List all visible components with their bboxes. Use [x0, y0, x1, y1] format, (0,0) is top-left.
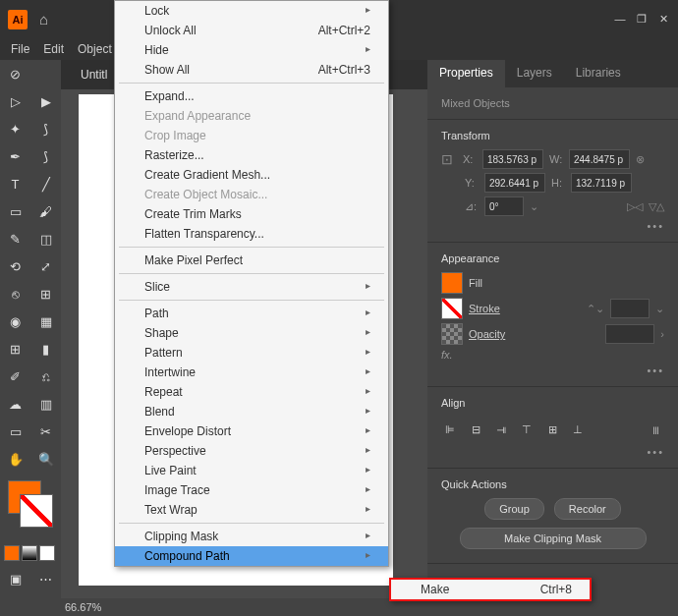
shaper-tool-icon[interactable]: ✎ [0, 225, 30, 252]
selection-tool-icon[interactable]: ▷ [0, 87, 30, 115]
close-button[interactable]: ✕ [654, 13, 672, 26]
brush-tool-icon[interactable]: 🖌 [30, 197, 61, 225]
lasso-tool-icon[interactable]: ⟆ [30, 115, 61, 142]
align-vcenter-icon[interactable]: ⊞ [543, 420, 561, 438]
menu-item[interactable]: Hide [115, 40, 388, 60]
shape-builder-icon[interactable]: ◉ [0, 308, 30, 335]
width-tool-icon[interactable]: ⎋ [0, 280, 30, 308]
mesh-tool-icon[interactable]: ⊞ [0, 335, 30, 363]
stroke-color-swatch[interactable] [441, 298, 463, 319]
edit-toolbar-icon[interactable]: ⋯ [30, 565, 61, 592]
group-button[interactable]: Group [484, 498, 544, 520]
zoom-tool-icon[interactable]: 🔍 [30, 445, 61, 473]
submenu-make[interactable]: Make Ctrl+8 [391, 580, 590, 599]
align-hcenter-icon[interactable]: ⊟ [467, 420, 484, 438]
zoom-level[interactable]: 66.67% [65, 601, 101, 613]
menu-file[interactable]: File [4, 40, 36, 58]
screen-mode-icon[interactable]: ▣ [0, 565, 30, 592]
scale-tool-icon[interactable]: ⤢ [30, 252, 61, 280]
more-options-icon[interactable]: ••• [441, 220, 664, 232]
menu-item[interactable]: Perspective [115, 441, 388, 461]
make-clipping-mask-button[interactable]: Make Clipping Mask [460, 528, 647, 549]
menu-item[interactable]: Intertwine [115, 363, 388, 382]
eraser-tool-icon[interactable]: ◫ [30, 225, 61, 252]
align-right-icon[interactable]: ⫣ [492, 420, 510, 438]
align-more-icon[interactable]: ••• [441, 446, 664, 458]
type-tool-icon[interactable]: T [0, 170, 30, 197]
y-input[interactable] [484, 173, 545, 193]
restore-button[interactable]: ❐ [633, 13, 650, 26]
menu-item[interactable]: Compound Path [115, 546, 388, 566]
opacity-swatch[interactable] [441, 323, 463, 345]
menu-item[interactable]: Blend [115, 402, 388, 421]
x-input[interactable] [482, 149, 543, 169]
menu-item[interactable]: Make Pixel Perfect [115, 251, 388, 270]
flip-h-icon[interactable]: ▷◁ [627, 200, 643, 213]
menu-edit[interactable]: Edit [36, 40, 71, 58]
color-mode-swatch[interactable] [4, 545, 20, 561]
line-tool-icon[interactable]: ╱ [30, 170, 61, 197]
menu-item[interactable]: Live Paint [115, 461, 388, 480]
stroke-weight-input[interactable] [610, 299, 650, 318]
distribute-icon[interactable]: ⫼ [647, 420, 664, 438]
angle-dropdown-icon[interactable]: ⌄ [530, 200, 538, 213]
symbol-tool-icon[interactable]: ☁ [0, 390, 30, 418]
minimize-button[interactable]: — [611, 13, 629, 26]
align-left-icon[interactable]: ⊫ [441, 420, 459, 438]
opacity-arrow-icon[interactable]: › [660, 328, 664, 340]
none-mode-swatch[interactable] [39, 545, 55, 561]
tab-properties[interactable]: Properties [427, 60, 505, 87]
graph-tool-icon[interactable]: ▥ [30, 390, 61, 418]
tab-layers[interactable]: Layers [505, 60, 564, 87]
stroke-weight-stepper[interactable]: ⌃⌄ [587, 303, 604, 315]
menu-item[interactable]: Envelope Distort [115, 421, 388, 441]
appearance-more-icon[interactable]: ••• [441, 364, 664, 376]
direct-selection-tool-icon[interactable]: ▶ [30, 87, 61, 115]
fill-color-swatch[interactable] [441, 272, 463, 294]
w-input[interactable] [569, 149, 630, 169]
home-icon[interactable]: ⌂ [39, 11, 48, 28]
document-tab[interactable]: Untitl [81, 68, 107, 82]
no-tool-icon[interactable]: ⊘ [0, 60, 30, 87]
stroke-dropdown-icon[interactable]: ⌄ [655, 303, 664, 315]
menu-item[interactable]: Create Trim Marks [115, 204, 388, 224]
fx-label[interactable]: fx. [441, 349, 453, 361]
menu-item[interactable]: Image Trace [115, 480, 388, 500]
menu-object[interactable]: Object [71, 40, 119, 58]
menu-item[interactable]: Expand... [115, 86, 388, 106]
menu-item[interactable]: Clipping Mask [115, 527, 388, 546]
curvature-tool-icon[interactable]: ⟆ [30, 142, 61, 170]
free-transform-icon[interactable]: ⊞ [30, 280, 61, 308]
perspective-tool-icon[interactable]: ▦ [30, 308, 61, 335]
artboard-tool-icon[interactable]: ▭ [0, 418, 30, 445]
angle-input[interactable] [484, 196, 524, 216]
h-input[interactable] [571, 173, 632, 193]
menu-item[interactable]: Flatten Transparency... [115, 224, 388, 244]
menu-item[interactable]: Unlock AllAlt+Ctrl+2 [115, 21, 388, 40]
menu-item[interactable]: Pattern [115, 343, 388, 363]
wand-tool-icon[interactable]: ✦ [0, 115, 30, 142]
slice-tool-icon[interactable]: ✂ [30, 418, 61, 445]
eyedropper-tool-icon[interactable]: ✐ [0, 363, 30, 390]
menu-item[interactable]: Text Wrap [115, 500, 388, 520]
gradient-mode-swatch[interactable] [22, 545, 37, 561]
link-icon[interactable]: ⊗ [636, 153, 645, 166]
menu-item[interactable]: Shape [115, 323, 388, 343]
reference-point-icon[interactable]: ⊡ [441, 151, 453, 167]
flip-v-icon[interactable]: ▽△ [649, 200, 664, 213]
menu-item[interactable]: Slice [115, 277, 388, 297]
menu-item[interactable]: Repeat [115, 382, 388, 402]
menu-item[interactable]: Show AllAlt+Ctrl+3 [115, 60, 388, 80]
menu-item[interactable]: Rasterize... [115, 145, 388, 165]
gradient-tool-icon[interactable]: ▮ [30, 335, 61, 363]
hand-tool-icon[interactable]: ✋ [0, 445, 30, 473]
menu-item[interactable]: Lock [115, 1, 388, 21]
tab-libraries[interactable]: Libraries [564, 60, 633, 87]
blend-tool-icon[interactable]: ⎌ [30, 363, 61, 390]
rectangle-tool-icon[interactable]: ▭ [0, 197, 30, 225]
pen-tool-icon[interactable]: ✒ [0, 142, 30, 170]
align-bottom-icon[interactable]: ⊥ [569, 420, 587, 438]
rotate-tool-icon[interactable]: ⟲ [0, 252, 30, 280]
menu-item[interactable]: Create Gradient Mesh... [115, 165, 388, 185]
menu-item[interactable]: Path [115, 304, 388, 323]
